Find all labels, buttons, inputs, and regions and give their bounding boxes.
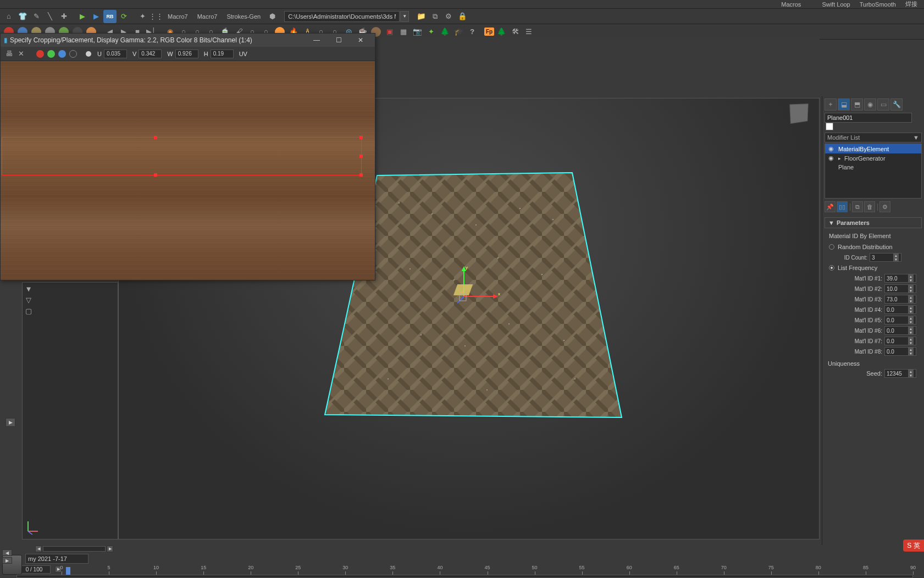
motion-tab[interactable]: ◉ bbox=[864, 98, 876, 111]
id-count-spinner[interactable]: ▲▼ bbox=[870, 253, 901, 262]
cube-icon[interactable]: ⬢ bbox=[265, 10, 279, 23]
matl-spinner-4[interactable]: ▲▼ bbox=[884, 305, 916, 314]
crop-region[interactable] bbox=[2, 137, 362, 175]
matl-spinner-6[interactable]: ▲▼ bbox=[884, 326, 916, 335]
hierarchy-tab[interactable]: ⬒ bbox=[851, 98, 863, 111]
play2-icon[interactable]: ▶ bbox=[90, 10, 103, 23]
crop-handle-mr[interactable] bbox=[359, 155, 363, 158]
hat-icon[interactable]: 🎓 bbox=[452, 25, 465, 38]
red-box-icon[interactable]: ▣ bbox=[383, 25, 396, 38]
key-prev[interactable]: ◀ bbox=[2, 549, 12, 556]
filter-icon[interactable]: ▼ bbox=[24, 284, 33, 293]
create-tab[interactable]: + bbox=[825, 98, 837, 111]
effects-icon[interactable]: ✦ bbox=[136, 10, 149, 23]
minimize-button[interactable]: — bbox=[306, 34, 328, 47]
home-icon[interactable]: ⌂ bbox=[2, 10, 15, 23]
cube3-icon[interactable]: ▦ bbox=[397, 25, 410, 38]
folder-icon[interactable]: 📁 bbox=[414, 10, 428, 23]
matl-spinner-1[interactable]: ▲▼ bbox=[884, 274, 916, 283]
visibility-icon[interactable]: ◉ bbox=[828, 145, 835, 152]
line-icon[interactable]: ╲ bbox=[43, 10, 57, 23]
utilities-tab[interactable]: 🔧 bbox=[890, 98, 903, 111]
red-channel[interactable] bbox=[36, 50, 44, 58]
modifier-stack[interactable]: ◉ MaterialByElement ◉ ▸ FloorGenerator P… bbox=[825, 144, 922, 199]
crop-canvas[interactable] bbox=[1, 61, 375, 280]
matl-spinner-8[interactable]: ▲▼ bbox=[884, 347, 916, 356]
folder2-icon[interactable]: ▢ bbox=[24, 306, 33, 315]
w-field[interactable] bbox=[175, 49, 198, 58]
tshirt-icon[interactable]: 👕 bbox=[16, 10, 29, 23]
show-result-icon[interactable]: ▯▯ bbox=[837, 201, 848, 212]
edit-icon[interactable]: ✎ bbox=[30, 10, 43, 23]
make-unique-icon[interactable]: ⧉ bbox=[852, 201, 863, 212]
u-field[interactable] bbox=[104, 49, 127, 58]
display-tab[interactable]: ▭ bbox=[877, 98, 889, 111]
alpha-channel[interactable] bbox=[69, 50, 77, 58]
selection-name-field[interactable] bbox=[25, 554, 88, 564]
list-freq-radio[interactable]: List Frequency bbox=[827, 263, 920, 272]
path-dropdown[interactable]: ▼ bbox=[400, 11, 409, 22]
pin-stack-icon[interactable]: 📌 bbox=[825, 201, 836, 212]
key-track[interactable] bbox=[16, 575, 913, 578]
rb-icon[interactable]: RB bbox=[103, 10, 117, 23]
random-dist-radio[interactable]: Random Distribution bbox=[827, 243, 920, 251]
viewcube[interactable] bbox=[789, 103, 809, 124]
green-channel[interactable] bbox=[47, 50, 55, 58]
matl-spinner-2[interactable]: ▲▼ bbox=[884, 284, 916, 293]
configure-sets-icon[interactable]: ⚙ bbox=[879, 201, 890, 212]
remove-modifier-icon[interactable]: 🗑 bbox=[864, 201, 875, 212]
cancel-icon[interactable]: ✕ bbox=[16, 49, 26, 59]
filter2-icon[interactable]: ▽ bbox=[24, 295, 33, 304]
transform-gizmo[interactable]: y x bbox=[453, 263, 502, 307]
seed-spinner[interactable]: ▲▼ bbox=[884, 369, 916, 378]
matl-spinner-3[interactable]: ▲▼ bbox=[884, 295, 916, 304]
modify-tab[interactable]: ⬓ bbox=[838, 98, 850, 111]
tools-icon[interactable]: 🛠 bbox=[508, 25, 522, 38]
copy-icon[interactable]: ⧉ bbox=[428, 10, 441, 23]
print-icon[interactable]: 🖶 bbox=[4, 49, 14, 59]
object-name-field[interactable] bbox=[825, 113, 912, 123]
left-viewport[interactable] bbox=[22, 282, 118, 540]
play-icon[interactable]: ▶ bbox=[76, 10, 89, 23]
help-icon[interactable]: ? bbox=[466, 25, 479, 38]
matl-spinner-7[interactable]: ▲▼ bbox=[884, 337, 916, 345]
crosshair-icon[interactable]: ✚ bbox=[57, 10, 70, 23]
macros-button[interactable]: Macros bbox=[777, 0, 805, 10]
expand-button[interactable]: ▶ bbox=[5, 418, 15, 427]
list-icon[interactable]: ☰ bbox=[522, 25, 535, 38]
fp-badge[interactable]: Fp bbox=[484, 27, 494, 36]
h-field[interactable] bbox=[211, 49, 234, 58]
frame-display[interactable]: 0 / 100 bbox=[18, 565, 51, 574]
vertex-icon[interactable]: ⋮⋮ bbox=[150, 10, 163, 23]
blue-channel[interactable] bbox=[58, 50, 66, 58]
key-next[interactable]: ▶ bbox=[2, 557, 12, 564]
ime-indicator[interactable]: S 英 bbox=[903, 540, 924, 552]
star-icon[interactable]: ✦ bbox=[424, 25, 438, 38]
v-field[interactable] bbox=[139, 49, 162, 58]
camera-icon[interactable]: 📷 bbox=[411, 25, 424, 38]
object-color-swatch[interactable] bbox=[826, 123, 833, 130]
time-slider[interactable] bbox=[66, 567, 70, 575]
macro7-button[interactable]: Macro7 bbox=[193, 10, 222, 23]
scroll-left[interactable]: ◀ bbox=[35, 546, 42, 552]
tree2-icon[interactable]: 🌲 bbox=[495, 25, 508, 38]
visibility-icon[interactable]: ◉ bbox=[828, 155, 835, 162]
crop-handle-br[interactable] bbox=[359, 173, 363, 177]
modifier-materialbyelement[interactable]: ◉ MaterialByElement bbox=[825, 144, 921, 153]
lock-icon[interactable]: 🔒 bbox=[456, 10, 469, 23]
reload-icon[interactable]: ⟳ bbox=[117, 10, 130, 23]
crop-handle-tl[interactable] bbox=[154, 136, 157, 139]
tree-icon[interactable]: 🌲 bbox=[438, 25, 451, 38]
swift-loop-button[interactable]: Swift Loop bbox=[817, 0, 854, 10]
modifier-floorgenerator[interactable]: ◉ ▸ FloorGenerator bbox=[825, 153, 921, 163]
crop-titlebar[interactable]: ▮ Specify Cropping/Placement, Display Ga… bbox=[1, 34, 375, 47]
macro7-left-button[interactable]: Macro7 bbox=[163, 10, 192, 23]
project-path-field[interactable] bbox=[284, 11, 400, 22]
close-button[interactable]: ✕ bbox=[350, 34, 372, 47]
time-ruler[interactable]: 051015202530354045505560657075808590 bbox=[62, 564, 913, 575]
modifier-list-dropdown[interactable]: Modifier List▼ bbox=[825, 133, 922, 142]
matl-spinner-5[interactable]: ▲▼ bbox=[884, 316, 916, 324]
crop-handle-bl[interactable] bbox=[154, 173, 157, 177]
weld-button[interactable]: 焊接 bbox=[901, 0, 922, 10]
mono-channel[interactable] bbox=[86, 51, 91, 57]
